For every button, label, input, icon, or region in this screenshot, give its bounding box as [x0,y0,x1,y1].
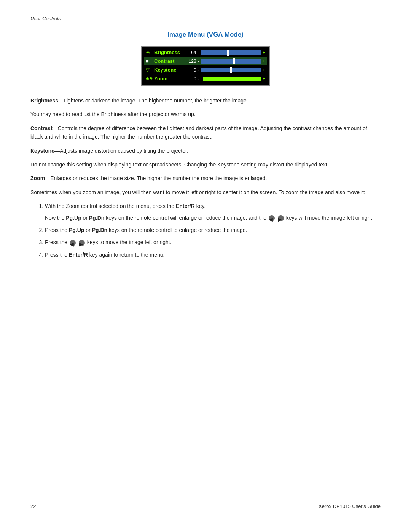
zoom-text: —Enlarges or reduces the image size. The… [45,175,267,181]
brightness-label: Brightness [154,50,185,55]
keystone-label: Keystone [154,67,185,73]
contrast-icon: ■ [146,58,154,64]
zoom-slider [201,77,261,81]
brightness-note: You may need to readjust the Brightness … [30,111,196,117]
contrast-label: Contrast [154,58,185,64]
enterr-bold-2: Enter/R [69,252,88,258]
brightness-para: Brightness—Lightens or darkens the image… [30,96,381,105]
keystone-thumb [230,67,232,73]
steps-list: With the Zoom control selected on the me… [45,202,381,259]
brightness-text: —Lightens or darkens the image. The high… [58,97,248,104]
zoom-bold: Zoom [30,175,45,181]
zoom-icon: ⊕⊕ [146,76,154,81]
menu-row-brightness: ☀ Brightness 64 - + [144,48,267,56]
contrast-para: Contrast—Controls the degree of differen… [30,124,381,141]
zoom-para: Zoom—Enlarges or reduces the image size.… [30,174,381,182]
body-content: Brightness—Lightens or darkens the image… [30,96,381,501]
contrast-text: —Controls the degree of difference betwe… [30,125,367,140]
keystone-bold: Keystone [30,148,54,154]
zoom-note-para: Sometimes when you zoom an image, you wi… [30,188,381,197]
menu-row-zoom: ⊕⊕ Zoom 0 - + [144,75,267,83]
header-label: User Controls [30,16,61,21]
keystone-note-para: Do not change this setting when displayi… [30,160,381,169]
keystone-slider [201,68,261,72]
brightness-bold: Brightness [30,97,58,104]
menu-row-keystone: ▽ Keystone 0 - + [144,66,267,74]
enterr-bold-1: Enter/R [176,203,195,209]
brightness-note-para: You may need to readjust the Brightness … [30,110,381,118]
brightness-thumb [227,50,229,56]
zoom-label: Zoom [154,76,185,81]
footer: 22 Xerox DP1015 User's Guide [30,501,381,509]
zoom-note: Sometimes when you zoom an image, you wi… [30,189,365,195]
contrast-value: 128 - [185,59,199,64]
brightness-value: 64 - [185,50,199,55]
brightness-slider [201,50,261,55]
contrast-bold: Contrast [30,125,53,131]
arrow-right-icon-1: ▶ [278,215,284,221]
arrow-right-icon-2: ▶ [79,240,85,246]
brightness-plus: + [262,50,265,55]
zoom-value: 0 - [185,76,199,81]
keystone-para: Keystone—Adjusts image distortion caused… [30,147,381,155]
arrow-left-icon-1: ◀ [269,215,275,221]
product-name: Xerox DP1015 User's Guide [319,503,381,509]
list-item-1-sub: Now the Pg.Up or Pg.Dn keys on the remot… [45,214,381,222]
menu-box: ☀ Brightness 64 - + ■ Contrast 128 - + [141,46,270,86]
contrast-plus: + [262,58,265,64]
keystone-icon: ▽ [146,67,154,73]
arrow-left-icon-2: ◀ [70,240,76,246]
section-title: Image Menu (VGA Mode) [30,31,381,38]
header-bar: User Controls [30,15,381,23]
list-item-1: With the Zoom control selected on the me… [45,202,381,222]
keystone-value: 0 - [185,67,199,73]
pgup-bold-1: Pg.Up [66,215,81,221]
menu-row-contrast: ■ Contrast 128 - + [144,57,267,65]
menu-container: ☀ Brightness 64 - + ■ Contrast 128 - + [30,46,381,86]
list-item-4: Press the Enter/R key again to return to… [45,251,381,259]
pgup-bold-2: Pg.Up [69,227,84,233]
zoom-thumb [201,76,203,82]
contrast-thumb [233,58,235,64]
page: User Controls Image Menu (VGA Mode) ☀ Br… [0,0,411,532]
page-number: 22 [30,503,36,509]
zoom-plus: + [262,76,265,81]
pgdn-bold-2: Pg.Dn [92,227,107,233]
contrast-slider [201,59,261,64]
brightness-icon: ☀ [146,50,154,55]
list-item-2: Press the Pg.Up or Pg.Dn keys on the rem… [45,226,381,234]
pgdn-bold-1: Pg.Dn [89,215,104,221]
keystone-text: —Adjusts image distortion caused by tilt… [54,148,188,154]
keystone-plus: + [262,67,265,73]
list-item-3: Press the ◀ ▶ keys to move the image lef… [45,238,381,246]
